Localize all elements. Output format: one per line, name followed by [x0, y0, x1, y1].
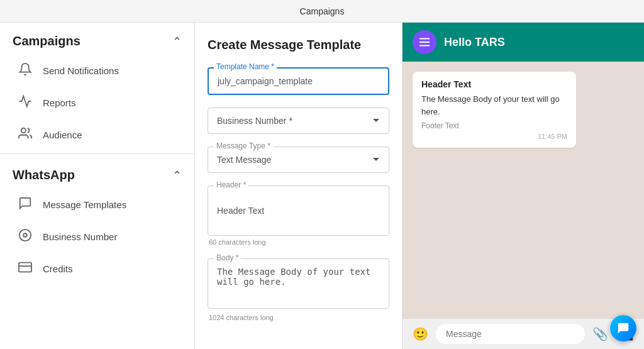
body-label: Body * — [214, 253, 241, 262]
template-name-input[interactable] — [208, 67, 389, 95]
business-number-field: Business Number * — [208, 108, 389, 134]
preview-input-bar: 🙂 📎 📷 — [402, 318, 644, 349]
template-name-label: Template Name * — [214, 62, 277, 71]
body-hint: 1024 characters long — [208, 314, 389, 321]
app-container: Campaigns Campaigns ⌃ Send Notifications — [0, 0, 644, 349]
sidebar-item-reports[interactable]: Reports — [0, 87, 194, 119]
header-label: Header * — [214, 180, 248, 189]
message-input[interactable] — [436, 324, 585, 344]
svg-rect-5 — [419, 38, 430, 40]
message-body: The Message Body of your text will go he… — [421, 93, 567, 118]
top-bar: Campaigns — [0, 0, 644, 23]
preview-bot-name: Hello TARS — [444, 36, 505, 49]
sidebar-item-business-number[interactable]: Business Number — [0, 221, 194, 253]
whatsapp-section-title: WhatsApp — [13, 168, 75, 182]
message-footer: Footer Text — [421, 121, 567, 130]
sidebar-item-message-templates[interactable]: Message Templates — [0, 189, 194, 221]
message-templates-label: Message Templates — [43, 199, 126, 210]
svg-point-0 — [21, 128, 26, 133]
message-templates-icon — [18, 196, 33, 213]
send-notifications-label: Send Notifications — [43, 65, 119, 76]
template-name-field: Template Name * — [208, 67, 389, 95]
business-number-icon — [18, 228, 33, 245]
header-input[interactable] — [208, 186, 389, 236]
chat-fab-button[interactable] — [610, 315, 636, 341]
whatsapp-section-header: WhatsApp ⌃ — [0, 157, 194, 189]
sidebar-divider — [0, 153, 194, 154]
main-area: Campaigns ⌃ Send Notifications — [0, 23, 644, 349]
business-number-select[interactable]: Business Number * — [208, 108, 389, 134]
preview-area: Hello TARS Header Text The Message Body … — [402, 23, 644, 349]
svg-rect-6 — [419, 42, 430, 43]
preview-avatar — [413, 30, 436, 54]
preview-wrapper: Hello TARS Header Text The Message Body … — [402, 23, 644, 349]
preview-messages: Header Text The Message Body of your tex… — [402, 62, 644, 318]
emoji-icon[interactable]: 🙂 — [410, 324, 431, 344]
audience-icon — [18, 126, 33, 143]
message-header: Header Text — [421, 79, 567, 89]
svg-rect-3 — [19, 263, 31, 272]
audience-label: Audience — [43, 130, 82, 140]
body-field: Body * The Message Body of your text wil… — [208, 258, 389, 321]
sidebar-item-send-notifications[interactable]: Send Notifications — [0, 55, 194, 87]
message-type-field: Message Type * Text Message — [208, 147, 389, 173]
credits-label: Credits — [43, 263, 73, 274]
reports-label: Reports — [43, 97, 76, 108]
sidebar: Campaigns ⌃ Send Notifications — [0, 23, 195, 349]
attachment-icon[interactable]: 📎 — [590, 324, 611, 344]
app-title: Campaigns — [300, 6, 345, 16]
form-area: Create Message Template Template Name * … — [195, 23, 402, 349]
business-number-label: Business Number — [43, 231, 117, 242]
message-type-label: Message Type * — [214, 141, 273, 150]
reports-icon — [18, 94, 33, 111]
svg-point-1 — [19, 230, 31, 241]
credits-icon — [18, 260, 33, 277]
campaigns-section-title: Campaigns — [13, 34, 80, 48]
sidebar-item-credits[interactable]: Credits — [0, 253, 194, 285]
svg-point-2 — [23, 233, 27, 237]
campaigns-section-header: Campaigns ⌃ — [0, 23, 194, 55]
sidebar-item-audience[interactable]: Audience — [0, 119, 194, 151]
send-notifications-icon — [18, 62, 33, 79]
message-time: 11:45 PM — [421, 133, 567, 140]
campaigns-chevron-icon[interactable]: ⌃ — [172, 35, 182, 48]
form-title: Create Message Template — [208, 38, 389, 52]
svg-rect-7 — [419, 45, 430, 47]
message-bubble: Header Text The Message Body of your tex… — [413, 72, 576, 148]
header-field: Header * 60 characters long — [208, 186, 389, 246]
header-hint: 60 characters long — [208, 238, 389, 246]
whatsapp-chevron-icon[interactable]: ⌃ — [172, 169, 182, 182]
body-textarea[interactable]: The Message Body of your text will go he… — [208, 258, 389, 309]
preview-header: Hello TARS — [402, 23, 644, 62]
message-type-select[interactable]: Text Message — [208, 147, 389, 173]
